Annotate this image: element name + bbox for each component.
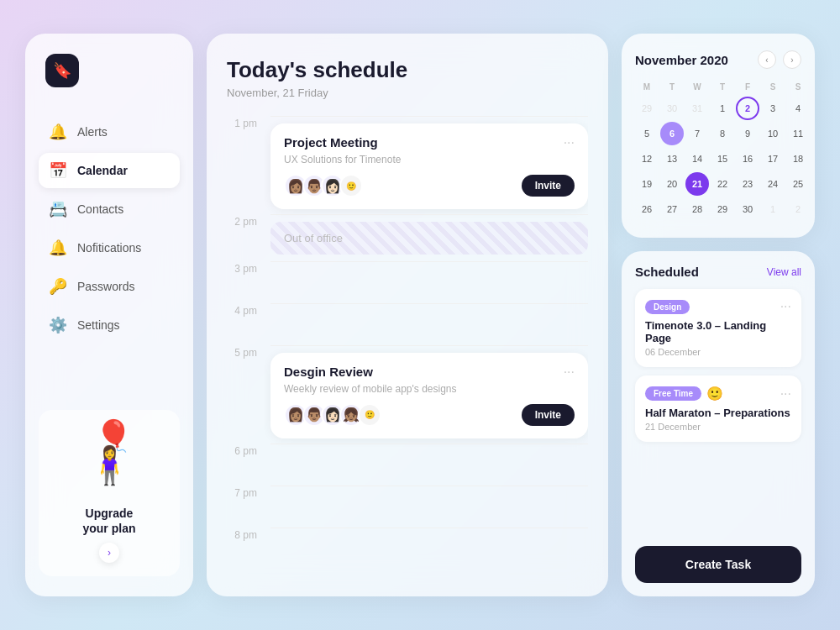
scheduled-item-2-title: Half Maraton – Preparations <box>645 407 791 419</box>
scheduled-item-1: Design ··· Timenote 3.0 – Landing Page 0… <box>635 289 801 367</box>
scheduled-item-2-emoji: 🙂 <box>706 386 723 402</box>
sidebar-label-passwords: Passwords <box>77 280 134 293</box>
cal-day-5[interactable]: 5 <box>635 122 659 145</box>
time-content-6pm <box>270 444 588 454</box>
cal-day-6[interactable]: 6 <box>660 122 684 145</box>
timeline: 1 pm Project Meeting ··· UX Solutions fo… <box>227 116 588 570</box>
cal-day-11[interactable]: 11 <box>786 122 810 145</box>
event-title-design-review: Desgin Review <box>284 365 373 379</box>
sidebar-label-notifications: Nofitications <box>77 241 141 255</box>
time-label-3pm: 3 pm <box>227 261 257 275</box>
tag-row-2: Free Time 🙂 <box>645 386 723 402</box>
cal-day-30-oct[interactable]: 30 <box>660 97 684 120</box>
right-panel: November 2020 ‹ › M T W T F S S 29 30 31 <box>622 34 815 596</box>
cal-day-14[interactable]: 14 <box>685 147 709 171</box>
cal-day-18[interactable]: 18 <box>786 147 810 171</box>
tag-freetime: Free Time <box>645 386 701 401</box>
cal-day-27[interactable]: 27 <box>660 197 684 221</box>
time-label-2pm: 2 pm <box>227 214 257 228</box>
upgrade-figure: 🎈 🧍‍♀️ <box>52 423 166 499</box>
sidebar-item-alerts[interactable]: 🔔 Alerts <box>39 114 180 150</box>
event-more-button-project-meeting[interactable]: ··· <box>564 135 575 150</box>
sidebar-item-passwords[interactable]: 🔑 Passwords <box>39 269 180 304</box>
view-all-button[interactable]: View all <box>767 266 801 278</box>
cal-day-23[interactable]: 23 <box>736 172 759 196</box>
sidebar: 🔖 🔔 Alerts 📅 Calendar 📇 Contacts 🔔 Nofit… <box>25 34 193 596</box>
cal-day-17[interactable]: 17 <box>761 147 785 171</box>
cal-day-12[interactable]: 12 <box>635 147 659 171</box>
cal-day-2[interactable]: 2 <box>736 97 759 120</box>
cal-day-21[interactable]: 21 <box>685 172 709 196</box>
schedule-date: November, 21 Friday <box>227 87 588 99</box>
time-label-1pm: 1 pm <box>227 116 257 129</box>
cal-day-28[interactable]: 28 <box>685 197 709 221</box>
sidebar-item-notifications[interactable]: 🔔 Nofitications <box>39 230 180 265</box>
scheduled-item-1-more[interactable]: ··· <box>780 299 791 314</box>
cal-next-button[interactable]: › <box>783 50 801 69</box>
time-row-8pm: 8 pm <box>227 528 588 570</box>
cal-month-year: November 2020 <box>635 53 728 67</box>
cal-label-s1: S <box>761 79 785 95</box>
upgrade-arrow-button[interactable]: › <box>99 543 119 563</box>
cal-day-1-dec[interactable]: 1 <box>761 197 785 221</box>
cal-day-29[interactable]: 29 <box>711 197 734 221</box>
avatar-extra-pm: 🙂 <box>339 174 363 197</box>
cal-day-20[interactable]: 20 <box>660 172 684 196</box>
invite-button-project-meeting[interactable]: Invite <box>522 175 575 197</box>
invite-button-design-review[interactable]: Invite <box>522 404 575 426</box>
cal-day-25[interactable]: 25 <box>786 172 810 196</box>
cal-day-19[interactable]: 19 <box>635 172 659 196</box>
cal-label-s2: S <box>786 79 810 95</box>
time-row-2pm: 2 pm Out of office <box>227 214 588 260</box>
cal-day-13[interactable]: 13 <box>660 147 684 171</box>
event-title-project-meeting: Project Meeting <box>284 135 378 150</box>
cal-day-16[interactable]: 16 <box>736 147 759 171</box>
cal-day-31-oct[interactable]: 31 <box>685 97 709 120</box>
cal-day-26[interactable]: 26 <box>635 197 659 221</box>
event-header-project-meeting: Project Meeting ··· <box>284 135 575 150</box>
cal-day-9[interactable]: 9 <box>736 122 759 145</box>
nav-items: 🔔 Alerts 📅 Calendar 📇 Contacts 🔔 Nofitic… <box>39 114 180 396</box>
sidebar-item-settings[interactable]: ⚙️ Settings <box>39 307 180 343</box>
cal-day-4[interactable]: 4 <box>786 97 810 120</box>
sidebar-item-contacts[interactable]: 📇 Contacts <box>39 192 180 227</box>
scheduled-item-2-date: 21 December <box>645 422 791 432</box>
settings-icon: ⚙️ <box>49 316 67 334</box>
cal-day-15[interactable]: 15 <box>711 147 734 171</box>
cal-day-1[interactable]: 1 <box>711 97 734 120</box>
cal-day-10[interactable]: 10 <box>761 122 785 145</box>
time-label-8pm: 8 pm <box>227 528 257 541</box>
cal-day-2-dec[interactable]: 2 <box>786 197 810 221</box>
sidebar-item-calendar[interactable]: 📅 Calendar <box>39 153 180 188</box>
time-content-1pm: Project Meeting ··· UX Solutions for Tim… <box>270 116 588 216</box>
time-content-3pm <box>270 261 588 272</box>
scheduled-item-2-header: Free Time 🙂 ··· <box>645 386 791 402</box>
main-container: 🔖 🔔 Alerts 📅 Calendar 📇 Contacts 🔔 Nofit… <box>25 34 815 596</box>
cal-day-29-oct[interactable]: 29 <box>635 97 659 120</box>
tag-design: Design <box>645 300 690 314</box>
cal-prev-button[interactable]: ‹ <box>758 50 776 69</box>
event-header-design-review: Desgin Review ··· <box>284 365 575 380</box>
cal-day-7[interactable]: 7 <box>685 122 709 145</box>
time-label-4pm: 4 pm <box>227 303 257 317</box>
calendar-panel: November 2020 ‹ › M T W T F S S 29 30 31 <box>622 34 815 238</box>
cal-day-24[interactable]: 24 <box>761 172 785 196</box>
cal-label-t1: T <box>660 79 684 95</box>
cal-day-30[interactable]: 30 <box>736 197 759 221</box>
time-row-4pm: 4 pm <box>227 303 588 345</box>
time-row-6pm: 6 pm <box>227 444 588 486</box>
notifications-icon: 🔔 <box>49 239 67 257</box>
time-content-2pm: Out of office <box>270 214 588 261</box>
event-footer-design-review: 👩🏽 👨🏽 👩🏻 👧🏽 🙂 Invite <box>284 403 575 427</box>
event-card-project-meeting: Project Meeting ··· UX Solutions for Tim… <box>270 123 588 209</box>
cal-day-3[interactable]: 3 <box>761 97 785 120</box>
create-task-button[interactable]: Create Task <box>635 546 801 583</box>
avatars-design-review: 👩🏽 👨🏽 👩🏻 👧🏽 🙂 <box>284 403 376 427</box>
logo-icon: 🔖 <box>45 54 79 87</box>
scheduled-item-2-more[interactable]: ··· <box>780 386 791 402</box>
cal-day-22[interactable]: 22 <box>711 172 734 196</box>
cal-day-8[interactable]: 8 <box>711 122 734 145</box>
time-content-7pm <box>270 486 588 496</box>
event-more-button-design-review[interactable]: ··· <box>564 365 575 380</box>
cal-label-t2: T <box>711 79 734 95</box>
